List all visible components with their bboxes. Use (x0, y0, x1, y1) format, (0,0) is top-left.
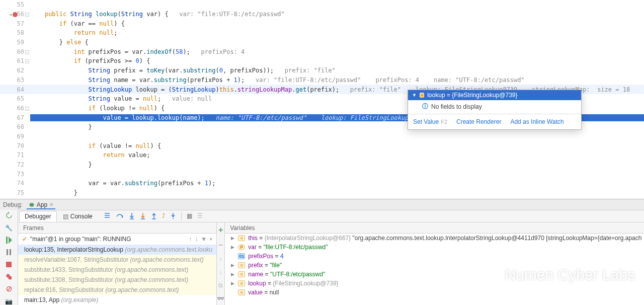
code-line-56[interactable]: 56➜- public String lookup(String var) { … (0, 10, 644, 19)
stop-icon[interactable] (5, 261, 13, 268)
code-content[interactable]: return null; (30, 29, 644, 36)
code-editor[interactable]: 5556➜- public String lookup(String var) … (0, 0, 644, 199)
stack-frame[interactable]: lookup:135, InterpolatorStringLookup (or… (18, 245, 216, 255)
code-content[interactable]: if (value != null) { (30, 142, 644, 149)
gutter[interactable]: 58 (0, 29, 30, 36)
filter-icon[interactable]: ▼ (201, 236, 207, 243)
fold-icon[interactable]: - (25, 50, 29, 54)
debugger-tab[interactable]: Debugger (19, 211, 57, 222)
code-line-74[interactable]: 74 var = var.substring(prefixPos + 1); (0, 179, 644, 188)
more-icon[interactable]: ▾ (210, 237, 212, 242)
breakpoint-icon[interactable] (12, 12, 18, 18)
gutter[interactable]: 73 (0, 171, 30, 178)
popup-header[interactable]: ▼ ≡ lookup = {FileStringLookup@739} (408, 90, 581, 100)
stack-frame[interactable]: resolveVariable:1067, StringSubstitutor … (18, 255, 216, 265)
code-content[interactable]: if (var == null) { (30, 20, 644, 27)
code-line-71[interactable]: 71 return value; (0, 150, 644, 160)
code-line-58[interactable]: 58 return null; (0, 28, 644, 38)
stack-frame[interactable]: main:13, App (org.example) (18, 295, 216, 305)
variable-row[interactable]: ▶≡value = null (227, 288, 644, 297)
create-renderer-action[interactable]: Create Renderer (456, 118, 501, 125)
fold-icon[interactable]: - (25, 59, 29, 63)
code-line-62[interactable]: 62 String prefix = toKey(var.substring(0… (0, 66, 644, 75)
settings-icon[interactable]: 🔧 (5, 224, 13, 231)
code-line-59[interactable]: 59 } else { (0, 38, 644, 47)
code-content[interactable]: } (30, 161, 644, 168)
fold-icon[interactable]: - (25, 107, 29, 111)
camera-icon[interactable]: 📷 (5, 298, 13, 305)
chevron-right-icon[interactable]: ▶ (230, 263, 235, 268)
chevron-down-icon[interactable]: ▼ (412, 93, 417, 98)
code-line-72[interactable]: 72 } (0, 160, 644, 170)
stack-frame[interactable]: substitute:1308, StringSubstitutor (org.… (18, 275, 216, 285)
code-line-55[interactable]: 55 (0, 0, 644, 10)
code-content[interactable]: } else { (30, 39, 644, 46)
view-breakpoints-icon[interactable] (5, 273, 13, 280)
gutter[interactable]: 60- (0, 48, 30, 55)
gutter[interactable]: 69 (0, 133, 30, 140)
code-content[interactable]: if (prefixPos >= 0) { (30, 57, 644, 64)
gutter[interactable]: 56➜- (0, 11, 30, 18)
up-icon[interactable]: ↑ (219, 256, 222, 263)
set-value-action[interactable]: Set ValueF2 (413, 118, 447, 125)
gutter[interactable]: 75 (0, 189, 30, 196)
gutter[interactable]: 61- (0, 57, 30, 64)
thread-selector[interactable]: ✓ "main"@1 in group "main": RUNNING ↑ ↓ … (18, 234, 216, 245)
prev-frame-icon[interactable]: ↑ (189, 236, 192, 243)
step-into-icon[interactable] (129, 212, 135, 220)
code-content[interactable]: String name = var.substring(prefixPos + … (30, 77, 644, 84)
code-content[interactable]: return value; (30, 151, 644, 159)
inline-watch-action[interactable]: Add as Inline Watch (510, 118, 564, 125)
stack-frame[interactable]: substitute:1433, StringSubstitutor (org.… (18, 265, 216, 275)
close-icon[interactable]: ✕ (49, 202, 53, 207)
rerun-icon[interactable] (5, 212, 13, 219)
gutter[interactable]: 67 (0, 114, 30, 121)
force-step-into-icon[interactable] (140, 212, 146, 220)
trace-icon[interactable]: ☰ (197, 212, 203, 220)
code-line-63[interactable]: 63 String name = var.substring(prefixPos… (0, 75, 644, 85)
gutter[interactable]: 65 (0, 95, 30, 102)
code-line-61[interactable]: 61- if (prefixPos >= 0) { (0, 56, 644, 66)
code-line-69[interactable]: 69 (0, 132, 644, 141)
gutter[interactable]: 68 (0, 123, 30, 130)
chevron-right-icon[interactable]: ▶ (230, 236, 235, 241)
code-content[interactable]: int prefixPos = var.indexOf(58); prefixP… (30, 48, 644, 55)
step-out-icon[interactable] (151, 212, 157, 220)
code-content[interactable]: String prefix = toKey(var.substring(0, p… (30, 67, 644, 74)
glasses-icon[interactable]: 👓 (217, 295, 224, 302)
gutter[interactable]: 59 (0, 39, 30, 46)
variable-row[interactable]: ▶≡prefix = "file" (227, 261, 644, 270)
chevron-right-icon[interactable]: ▶ (230, 245, 235, 250)
variable-row[interactable]: ▶≡name = "UTF-8:/etc/passwd" (227, 270, 644, 279)
gutter[interactable]: 66- (0, 105, 30, 112)
variable-row[interactable]: ▶01prefixPos = 4 (227, 252, 644, 261)
resume-icon[interactable] (5, 237, 13, 244)
code-line-75[interactable]: 75 } (0, 188, 644, 198)
code-line-70[interactable]: 70 if (value != null) { (0, 141, 644, 150)
chevron-right-icon[interactable]: ▶ (230, 272, 235, 277)
drop-frame-icon[interactable]: ⤴ (162, 212, 165, 220)
step-over-icon[interactable] (116, 212, 124, 220)
code-line-57[interactable]: 57 if (var == null) { (0, 19, 644, 28)
gutter[interactable]: 70 (0, 142, 30, 149)
code-line-60[interactable]: 60- int prefixPos = var.indexOf(58); pre… (0, 47, 644, 56)
gutter[interactable]: 55 (0, 1, 30, 8)
variable-row[interactable]: ▶Pvar = "file:UTF-8:/etc/passwd" (227, 243, 644, 252)
gutter[interactable]: 63 (0, 77, 30, 84)
evaluate-expression-icon[interactable]: ▦ (187, 212, 192, 220)
code-content[interactable]: } (30, 189, 644, 196)
gutter[interactable]: 57 (0, 20, 30, 27)
gutter[interactable]: 71 (0, 151, 30, 159)
copy-icon[interactable]: ⧉ (218, 282, 223, 289)
run-to-cursor-icon[interactable] (170, 212, 176, 220)
code-line-73[interactable]: 73 (0, 169, 644, 179)
code-content[interactable]: var = var.substring(prefixPos + 1); (30, 180, 644, 187)
mute-breakpoints-icon[interactable] (5, 285, 13, 292)
debug-run-tab[interactable]: App ✕ (27, 200, 55, 209)
fold-icon[interactable]: - (25, 13, 29, 17)
stack-frame[interactable]: replace:816, StringSubstitutor (org.apac… (18, 285, 216, 295)
next-frame-icon[interactable]: ↓ (195, 236, 198, 243)
remove-watch-icon[interactable]: − (218, 241, 223, 250)
code-content[interactable]: public String lookup(String var) { var: … (30, 11, 644, 18)
variable-row[interactable]: ▶≡lookup = {FileStringLookup@739} (227, 279, 644, 288)
